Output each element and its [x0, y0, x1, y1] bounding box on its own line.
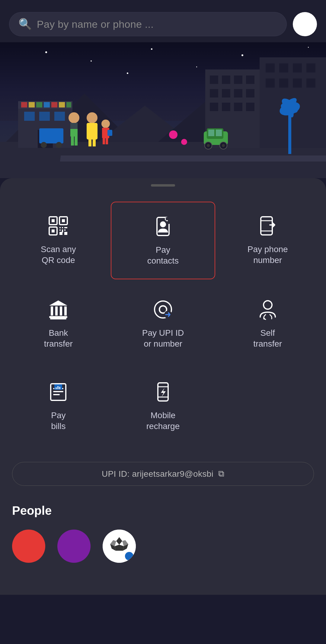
svg-rect-11: [51, 102, 57, 107]
svg-rect-83: [59, 232, 62, 235]
svg-rect-96: [49, 316, 67, 318]
banner-illustration: [0, 42, 326, 178]
bank-transfer-button[interactable]: Banktransfer: [6, 285, 111, 362]
svg-rect-70: [107, 130, 112, 136]
star: [45, 51, 47, 53]
svg-rect-109: [59, 387, 60, 389]
svg-rect-37: [279, 78, 288, 88]
people-title: People: [12, 504, 314, 517]
pay-contacts-icon: [151, 214, 175, 239]
svg-point-55: [41, 142, 47, 148]
svg-rect-54: [39, 128, 63, 143]
star: [127, 72, 128, 74]
empty-cell: [215, 368, 320, 444]
svg-rect-68: [103, 138, 105, 144]
svg-rect-19: [210, 75, 218, 84]
copy-icon[interactable]: ⧉: [218, 469, 224, 479]
svg-rect-39: [306, 78, 315, 88]
svg-rect-29: [234, 103, 242, 111]
svg-rect-10: [44, 102, 50, 107]
star: [241, 54, 243, 56]
svg-rect-105: [53, 394, 60, 395]
svg-rect-34: [293, 63, 302, 72]
svg-rect-32: [266, 63, 275, 72]
svg-rect-7: [21, 102, 27, 107]
bottom-sheet: Scan anyQR code Paycontacts: [0, 178, 326, 595]
auto-rickshaw: [202, 125, 235, 149]
svg-rect-74: [62, 219, 65, 222]
pay-contacts-button[interactable]: Paycontacts: [111, 202, 216, 279]
svg-rect-8: [29, 102, 35, 107]
svg-rect-84: [64, 232, 67, 235]
svg-rect-49: [216, 130, 222, 136]
svg-rect-24: [222, 89, 230, 98]
people-row: [12, 530, 314, 563]
svg-rect-26: [246, 89, 254, 98]
svg-rect-64: [88, 139, 91, 146]
person-avatar-1[interactable]: [12, 530, 45, 563]
svg-rect-35: [306, 63, 315, 72]
pay-upi-button[interactable]: Pay UPI IDor number: [111, 285, 216, 362]
svg-rect-94: [60, 306, 62, 316]
svg-rect-12: [59, 102, 65, 107]
person-avatar-3[interactable]: [103, 530, 136, 563]
pay-bills-icon: [46, 380, 70, 404]
star: [91, 60, 92, 62]
svg-rect-108: [57, 386, 59, 389]
svg-rect-93: [55, 306, 58, 316]
header: 🔍 Pay by name or phone ...: [0, 0, 326, 42]
pay-phone-number-label: Pay phonenumber: [248, 244, 288, 266]
self-transfer-button[interactable]: Selftransfer: [215, 285, 320, 362]
svg-rect-80: [59, 229, 61, 231]
svg-rect-78: [62, 227, 63, 228]
actions-row-2: Banktransfer Pay UPI IDor number: [0, 285, 326, 362]
svg-rect-59: [70, 123, 78, 129]
search-bar[interactable]: 🔍 Pay by name or phone ...: [9, 12, 287, 36]
svg-rect-27: [210, 103, 218, 111]
pink-dot-2: [181, 139, 187, 145]
mobile-recharge-label: Mobilerecharge: [146, 410, 180, 432]
blue-dot: [125, 552, 133, 560]
pay-upi-label: Pay UPI IDor number: [142, 328, 184, 350]
svg-point-52: [207, 144, 210, 147]
svg-rect-104: [53, 391, 63, 392]
pay-bills-button[interactable]: Paybills: [6, 368, 111, 444]
scan-qr-icon: [46, 214, 70, 238]
svg-marker-91: [49, 300, 67, 306]
svg-rect-36: [266, 78, 275, 88]
mobile-recharge-icon: [151, 380, 175, 404]
svg-rect-77: [59, 227, 61, 228]
svg-rect-25: [234, 89, 242, 98]
search-icon: 🔍: [18, 18, 32, 30]
people-section: People: [0, 504, 326, 563]
actions-row-1: Scan anyQR code Paycontacts: [0, 202, 326, 279]
pay-phone-number-button[interactable]: Pay phonenumber: [215, 202, 320, 279]
svg-point-62: [87, 112, 97, 123]
upi-id-badge[interactable]: UPI ID: arijeetsarkar9@oksbi ⧉: [12, 462, 314, 486]
svg-rect-22: [246, 75, 254, 84]
svg-rect-61: [75, 136, 78, 146]
bank-transfer-label: Banktransfer: [44, 328, 73, 350]
bank-transfer-icon: [46, 297, 70, 322]
svg-rect-9: [36, 102, 42, 107]
person-avatar-2[interactable]: [57, 530, 91, 563]
svg-point-66: [101, 120, 110, 128]
svg-rect-95: [64, 306, 67, 316]
star: [196, 66, 197, 67]
avatar[interactable]: [293, 12, 317, 36]
mobile-recharge-button[interactable]: Mobilerecharge: [111, 368, 216, 444]
svg-rect-33: [279, 63, 288, 72]
sheet-handle: [151, 184, 175, 187]
svg-rect-60: [71, 136, 74, 146]
pink-dot-1: [169, 130, 177, 139]
self-transfer-icon: [256, 297, 280, 322]
search-placeholder: Pay by name or phone ...: [37, 18, 154, 30]
actions-row-3: Paybills Mobilerecharge: [0, 368, 326, 444]
svg-rect-20: [222, 75, 230, 84]
star: [151, 48, 152, 50]
scan-qr-button[interactable]: Scan anyQR code: [6, 202, 111, 279]
upi-id-text: UPI ID: arijeetsarkar9@oksbi: [102, 469, 213, 479]
svg-rect-107: [56, 387, 57, 389]
svg-rect-40: [288, 112, 291, 154]
pay-phone-icon: [256, 214, 280, 238]
